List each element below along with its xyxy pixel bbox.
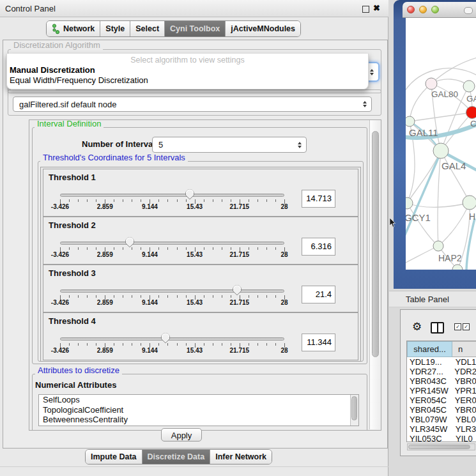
algorithm-option[interactable]: Manual Discretization bbox=[10, 65, 95, 75]
table-data-combobox[interactable]: galFiltered.sif default node bbox=[13, 96, 372, 112]
slider-tick bbox=[257, 295, 258, 298]
slider-tick-label: -3.426 bbox=[45, 299, 75, 306]
slider-tick bbox=[231, 247, 231, 250]
attribute-list-item[interactable]: SelfLoops bbox=[39, 395, 358, 405]
attribute-list-item[interactable]: TopologicalCoefficient bbox=[39, 405, 358, 415]
table-column-header-name[interactable]: n bbox=[452, 341, 476, 357]
node-gal4[interactable] bbox=[433, 143, 449, 158]
node-hap2[interactable] bbox=[433, 241, 443, 251]
tab-cyni-toolbox[interactable]: Cyni Toolbox bbox=[165, 21, 226, 36]
attributes-list-scroll-thumb[interactable] bbox=[351, 396, 357, 420]
tab-select[interactable]: Select bbox=[130, 21, 165, 36]
combo-arrows-icon bbox=[370, 69, 374, 75]
slider-tick bbox=[158, 295, 159, 298]
slider-tick bbox=[96, 295, 96, 298]
mouse-cursor bbox=[389, 218, 396, 228]
slider-thumb[interactable] bbox=[160, 332, 171, 344]
slider-tick bbox=[87, 247, 88, 250]
attributes-list-scrollbar[interactable] bbox=[350, 395, 358, 426]
network-edge bbox=[438, 151, 441, 246]
slider-tick bbox=[231, 199, 231, 202]
slider-track[interactable] bbox=[60, 194, 284, 197]
tab-label: jActiveMNodules bbox=[231, 24, 295, 33]
table-row[interactable]: YLR345WYLR3 bbox=[407, 424, 476, 434]
settings-scroll-thumb[interactable] bbox=[372, 131, 379, 357]
node-right-h[interactable] bbox=[463, 196, 476, 210]
mac-minimize-button[interactable] bbox=[419, 6, 427, 13]
attributes-listbox: SelfLoopsTopologicalCoefficientBetweenne… bbox=[38, 394, 359, 426]
threshold-label: Threshold 1 bbox=[49, 173, 96, 182]
network-edge bbox=[407, 151, 441, 203]
network-canvas[interactable]: GAL80GACGAL11GAL4GCY1HHAP2 bbox=[406, 18, 476, 270]
slider-tick bbox=[87, 343, 88, 346]
tab-label: Select bbox=[135, 24, 159, 33]
node-gal80[interactable] bbox=[426, 78, 437, 89]
screen: Control Panel ✖ NetworkStyleSelectCyni T… bbox=[0, 0, 476, 476]
close-icon[interactable]: ✖ bbox=[373, 3, 380, 13]
table-horizontal-scrollbar[interactable] bbox=[407, 443, 475, 450]
slider-tick bbox=[213, 295, 213, 298]
slider-tick-label: 9.144 bbox=[135, 299, 164, 306]
tab-jactivemnodules[interactable]: jActiveMNodules bbox=[226, 21, 300, 36]
float-window-icon[interactable] bbox=[362, 6, 369, 13]
tab-style[interactable]: Style bbox=[100, 21, 130, 36]
slider-tick-label: 28 bbox=[270, 203, 299, 210]
table-cell: YBR045C bbox=[407, 405, 453, 415]
network-edge-highlighted bbox=[466, 219, 475, 270]
slider-track[interactable] bbox=[60, 337, 284, 341]
threshold-value-field[interactable]: 14.713 bbox=[302, 190, 335, 208]
table-row[interactable]: YDL19...YDL1 bbox=[407, 357, 476, 367]
control-panel: Control Panel ✖ NetworkStyleSelectCyni T… bbox=[0, 0, 388, 476]
slider-tick bbox=[69, 343, 70, 346]
tab-impute-data[interactable]: Impute Data bbox=[86, 450, 142, 464]
node-top-right[interactable] bbox=[463, 81, 475, 92]
node-label: GAL11 bbox=[409, 127, 438, 138]
mac-zoom-button[interactable] bbox=[431, 6, 439, 13]
tab-infer-network[interactable]: Infer Network bbox=[210, 450, 272, 464]
checkbox-icon[interactable]: ✓ bbox=[454, 323, 461, 330]
slider-tick bbox=[222, 343, 222, 346]
tab-network[interactable]: Network bbox=[47, 21, 100, 36]
apply-button[interactable]: Apply bbox=[161, 428, 202, 441]
table-hscroll-thumb[interactable] bbox=[408, 445, 470, 449]
mac-toolbar-pill-button[interactable] bbox=[464, 7, 473, 14]
threshold-value-field[interactable]: 21.4 bbox=[302, 286, 335, 303]
mac-close-button[interactable] bbox=[407, 6, 415, 13]
table-row[interactable]: YBR045CYBR0 bbox=[407, 405, 476, 415]
table-row[interactable]: YBL079WYBL0 bbox=[407, 415, 476, 424]
slider-tick bbox=[69, 295, 70, 298]
slider-tick bbox=[266, 343, 267, 346]
slider-thumb[interactable] bbox=[185, 188, 195, 200]
slider-tick bbox=[177, 199, 178, 202]
slider-tick bbox=[158, 247, 159, 250]
table-row[interactable]: YBR043CYBR0 bbox=[407, 376, 476, 386]
slider-tick bbox=[177, 247, 178, 250]
table-row[interactable]: YPR145WYPR1 bbox=[407, 386, 476, 395]
slider-thumb[interactable] bbox=[232, 284, 242, 296]
table-column-header-shared[interactable]: shared... bbox=[407, 341, 452, 357]
number-of-intervals-combobox[interactable]: 5 bbox=[152, 137, 307, 153]
threshold-value-field[interactable]: 11.344 bbox=[302, 334, 335, 351]
tab-discretize-data[interactable]: Discretize Data bbox=[142, 450, 211, 464]
slider-thumb[interactable] bbox=[125, 236, 135, 248]
slider-track[interactable] bbox=[60, 242, 284, 245]
checkbox-icon[interactable]: ✓ bbox=[463, 323, 470, 330]
node-gal11[interactable] bbox=[406, 116, 415, 127]
network-edge bbox=[406, 246, 438, 265]
column-browser-icon[interactable] bbox=[431, 322, 444, 334]
attribute-list-item[interactable]: BetweennessCentrality bbox=[39, 415, 358, 425]
node-gcy1[interactable] bbox=[406, 197, 413, 209]
table-row[interactable]: YIL053CYIL0 bbox=[407, 434, 476, 441]
slider-tick bbox=[186, 343, 187, 346]
gear-icon[interactable]: ⚙ bbox=[412, 321, 422, 332]
slider-tick bbox=[275, 247, 276, 250]
node-selected-red[interactable] bbox=[466, 107, 476, 119]
settings-vertical-scrollbar[interactable] bbox=[369, 120, 380, 429]
slider-tick bbox=[204, 247, 204, 250]
table-row[interactable]: YER054CYER0 bbox=[407, 395, 476, 405]
table-row[interactable]: YDR27...YDR2 bbox=[407, 367, 476, 376]
slider-track[interactable] bbox=[60, 289, 284, 293]
algorithm-option[interactable]: Equal Width/Frequency Discretization bbox=[10, 75, 148, 85]
tab-label: Style bbox=[105, 24, 125, 33]
threshold-value-field[interactable]: 6.316 bbox=[302, 238, 335, 256]
